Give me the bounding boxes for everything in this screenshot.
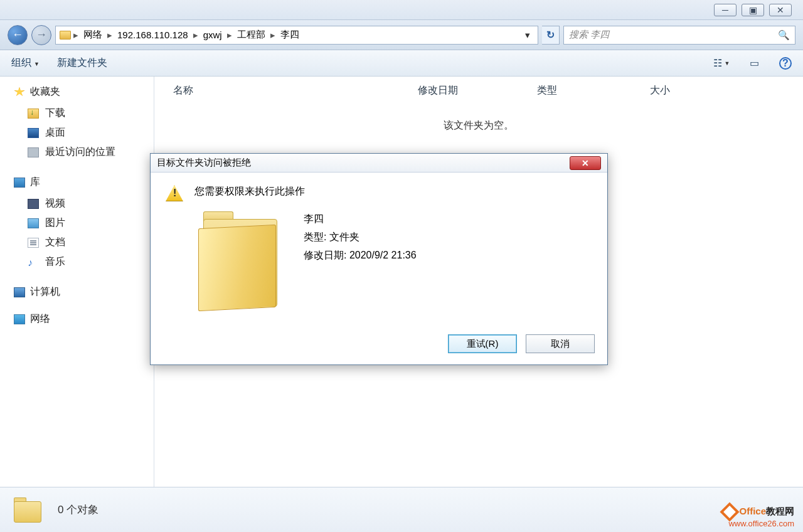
desktop-icon [28, 128, 39, 138]
forward-button[interactable]: → [31, 25, 51, 45]
refresh-button[interactable]: ↻ [542, 26, 560, 45]
dialog-message: 您需要权限来执行此操作 [194, 185, 305, 198]
breadcrumb-ip[interactable]: 192.168.110.128 [115, 29, 191, 40]
cancel-button[interactable]: 取消 [526, 334, 595, 353]
breadcrumb-user[interactable]: 李四 [278, 29, 302, 41]
back-button[interactable]: ← [8, 25, 28, 45]
warning-icon [166, 185, 183, 201]
library-icon [14, 178, 25, 188]
column-headers: 名称 修改日期 类型 大小 [154, 77, 803, 105]
new-folder-button[interactable]: 新建文件夹 [57, 56, 107, 70]
breadcrumb-sep: ▸ [73, 29, 78, 41]
breadcrumb-dept[interactable]: 工程部 [235, 29, 268, 41]
status-folder-icon [11, 496, 45, 524]
music-icon: ♪ [28, 257, 39, 267]
retry-button[interactable]: 重试(R) [448, 334, 517, 353]
status-bar: 0 个对象 [0, 487, 803, 532]
document-icon [28, 238, 39, 248]
folder-name: 李四 [304, 210, 417, 228]
dialog-title: 目标文件夹访问被拒绝 [157, 157, 251, 169]
search-icon[interactable]: 🔍 [778, 29, 790, 41]
sidebar-network[interactable]: 网络 [14, 312, 154, 326]
toolbar: 组织 新建文件夹 ☷ ▭ ? [0, 50, 803, 77]
folder-info: 李四 类型: 文件夹 修改日期: 2020/9/2 21:36 [304, 208, 417, 314]
help-button[interactable]: ? [779, 57, 792, 70]
window-titlebar: ─ ▣ ✕ [0, 0, 803, 20]
column-name[interactable]: 名称 [173, 84, 418, 97]
picture-icon [28, 218, 39, 228]
search-input[interactable]: 搜索 李四 🔍 [563, 26, 795, 45]
navigation-sidebar: 收藏夹 下载 桌面 最近访问的位置 库 视频 图片 文档 ♪音乐 计算机 网络 [0, 77, 154, 487]
view-options-button[interactable]: ☷ [714, 57, 729, 70]
sidebar-documents[interactable]: 文档 [14, 233, 154, 252]
empty-folder-text: 该文件夹为空。 [154, 119, 803, 132]
address-dropdown-icon[interactable]: ▾ [521, 29, 534, 41]
sidebar-pictures[interactable]: 图片 [14, 213, 154, 233]
breadcrumb-gxwj[interactable]: gxwj [201, 29, 225, 40]
folder-large-icon [198, 208, 286, 314]
download-icon [28, 109, 39, 119]
close-window-button[interactable]: ✕ [769, 4, 792, 16]
folder-type: 类型: 文件夹 [304, 228, 417, 247]
sidebar-libraries[interactable]: 库 [14, 176, 154, 189]
sidebar-desktop[interactable]: 桌面 [14, 123, 154, 142]
sidebar-downloads[interactable]: 下载 [14, 104, 154, 123]
sidebar-computer[interactable]: 计算机 [14, 285, 154, 299]
column-date[interactable]: 修改日期 [418, 84, 537, 97]
sidebar-favorites[interactable]: 收藏夹 [14, 85, 154, 98]
recent-icon [28, 147, 39, 157]
dialog-titlebar: 目标文件夹访问被拒绝 ✕ [151, 154, 607, 173]
folder-date: 修改日期: 2020/9/2 21:36 [304, 247, 417, 265]
breadcrumb-network[interactable]: 网络 [81, 29, 105, 41]
column-size[interactable]: 大小 [650, 84, 725, 97]
network-icon [14, 314, 25, 324]
address-bar[interactable]: ▸ 网络 ▸ 192.168.110.128 ▸ gxwj ▸ 工程部 ▸ 李四… [55, 26, 538, 45]
status-text: 0 个对象 [58, 503, 98, 517]
maximize-button[interactable]: ▣ [742, 4, 764, 16]
access-denied-dialog: 目标文件夹访问被拒绝 ✕ 您需要权限来执行此操作 李四 类型: 文件夹 修改日期… [150, 153, 608, 365]
organize-menu[interactable]: 组织 [11, 56, 40, 70]
sidebar-music[interactable]: ♪音乐 [14, 252, 154, 272]
search-placeholder: 搜索 李四 [569, 29, 609, 41]
star-icon [14, 87, 25, 97]
sidebar-videos[interactable]: 视频 [14, 194, 154, 213]
minimize-button[interactable]: ─ [714, 4, 737, 16]
computer-icon [14, 287, 25, 297]
sidebar-recent[interactable]: 最近访问的位置 [14, 142, 154, 162]
preview-pane-button[interactable]: ▭ [747, 57, 762, 70]
watermark: Office教程网 www.office26.com [723, 505, 794, 528]
dialog-close-button[interactable]: ✕ [570, 156, 601, 170]
column-type[interactable]: 类型 [537, 84, 650, 97]
video-icon [28, 199, 39, 209]
folder-icon [60, 31, 71, 40]
navigation-bar: ← → ▸ 网络 ▸ 192.168.110.128 ▸ gxwj ▸ 工程部 … [0, 20, 803, 50]
